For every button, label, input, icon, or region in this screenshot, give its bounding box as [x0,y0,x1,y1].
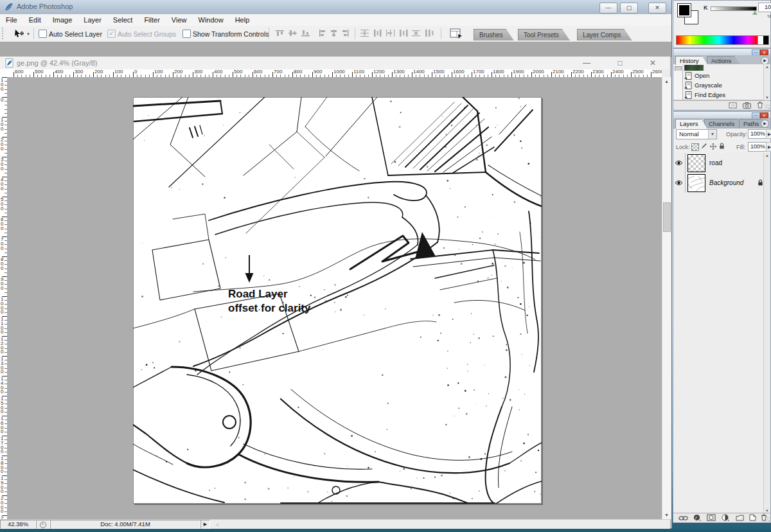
tab-channels[interactable]: Channels [704,119,743,129]
menu-file[interactable]: File [0,16,23,24]
tab-layers[interactable]: Layers [675,119,707,129]
resize-grip[interactable] [765,517,770,522]
opacity-label: Opacity: [726,131,747,137]
workspace-icon[interactable] [450,28,463,39]
adjustment-layer-icon[interactable] [722,514,729,521]
layer-name[interactable]: road [709,159,722,166]
link-layers-icon[interactable] [678,515,688,521]
resize-grip[interactable] [765,104,770,109]
menu-window[interactable]: Window [193,16,229,24]
history-state-icon [684,91,692,99]
menu-filter[interactable]: Filter [138,16,165,24]
show-transform-controls-checkbox[interactable] [182,30,191,38]
layer-row-road[interactable]: road [673,153,765,173]
history-source-cell[interactable] [673,80,683,90]
history-scroll-down[interactable]: ▼ [764,96,770,100]
layers-scrollbar[interactable]: ▲ ▼ [763,153,770,513]
history-state-open[interactable]: Open [673,71,765,81]
app-maximize-button[interactable]: ▢ [620,3,638,13]
history-state-find-edges[interactable]: Find Edges [673,90,765,100]
foreground-color-swatch[interactable] [677,3,691,17]
ruler-label: 600 [1,218,3,231]
history-source-cell[interactable] [673,64,683,71]
ruler-tick [173,72,173,77]
delete-state-trash-icon[interactable] [757,102,763,109]
lock-image-brush-icon[interactable] [700,143,707,150]
new-document-from-state-icon[interactable] [729,102,737,109]
tool-preset-dropdown-arrow[interactable]: ▼ [26,32,30,36]
doc-minimize-button[interactable]: — [581,58,592,68]
ruler-tick [253,72,253,77]
status-menu-arrow[interactable]: ▶ [200,520,210,529]
app-minimize-button[interactable]: — [599,3,617,13]
ruler-tick [133,72,134,77]
layer-name[interactable]: Background [709,179,743,186]
doc-maximize-button[interactable]: □ [615,58,625,68]
doc-vertical-scrollbar[interactable]: ▲ ▼ [662,77,671,519]
distribute-right-edges-icon [424,29,434,37]
add-layer-mask-icon[interactable] [707,514,716,521]
new-layer-icon[interactable] [749,514,756,521]
history-source-cell[interactable] [673,90,683,100]
layers-scroll-up[interactable]: ▲ [764,154,770,157]
ruler-label: 1200 [373,69,385,75]
doc-close-button[interactable]: ✕ [648,58,658,68]
history-state-grayscale[interactable]: Grayscale [673,80,765,91]
document-titlebar[interactable]: ge.png @ 42.4% (Gray/8) — □ ✕ [0,57,670,69]
layer-thumbnail-road[interactable] [687,154,705,172]
layer-style-icon[interactable]: f [693,514,701,521]
move-tool-icon[interactable] [14,29,24,38]
lock-transparency-icon[interactable] [691,143,699,151]
layer-thumbnail-background[interactable] [687,174,705,192]
tab-history[interactable]: History [675,56,708,65]
new-group-folder-icon[interactable] [736,515,744,521]
opacity-slider-arrow[interactable]: ▶ [766,129,771,139]
palette-well-tab-brushes[interactable]: Brushes [474,29,514,40]
zoom-field[interactable]: 42.38% [0,520,36,529]
toolbar-grip[interactable] [2,28,5,39]
spectrum-white-swatch[interactable] [758,36,763,44]
layers-menu-button[interactable]: ▶ [761,120,769,128]
fill-slider-arrow[interactable]: ▶ [766,142,771,152]
color-spectrum-ramp[interactable] [676,35,769,45]
menu-image[interactable]: Image [47,16,78,24]
menu-help[interactable]: Help [229,16,256,24]
app-close-button[interactable]: ✕ [648,3,666,13]
opacity-value-field[interactable]: 100% [748,129,768,139]
menu-edit[interactable]: Edit [23,16,47,24]
auto-select-layer-checkbox[interactable] [39,30,47,38]
menu-select[interactable]: Select [107,16,139,24]
history-scrollbar[interactable]: ▲ ▼ [763,64,770,100]
scroll-thumb[interactable] [663,202,671,232]
menu-layer[interactable]: Layer [78,16,107,24]
palette-well-tab-tool-presets[interactable]: Tool Presets [518,29,570,40]
lock-all-icon[interactable] [719,143,725,150]
k-slider-handle[interactable] [752,10,758,15]
blend-row: Normal ▼ Opacity: 100% ▶ [673,128,770,141]
scroll-down-arrow[interactable]: ▼ [662,511,671,519]
k-slider-track[interactable] [711,6,757,11]
lock-position-icon[interactable] [709,143,717,150]
menu-view[interactable]: View [166,16,193,24]
layer-row-background[interactable]: Background [673,173,765,193]
history-scroll-up[interactable]: ▲ [764,65,770,69]
canvas-image[interactable]: Road Layer offset for clarity [133,97,542,504]
visibility-toggle[interactable] [673,153,686,173]
doc-size-indicator[interactable]: Doc: 4.00M/7.41M [50,520,200,529]
k-value-field[interactable]: 100 [758,3,771,12]
palette-well-tab-layer-comps[interactable]: Layer Comps [577,29,632,40]
chevron-down-icon[interactable]: ▼ [708,130,716,139]
app-titlebar[interactable]: Adobe Photoshop — ▢ ✕ [0,0,671,15]
ruler-label: 1200 [1,337,3,355]
spectrum-black-swatch[interactable] [763,36,768,44]
history-source-cell[interactable] [673,71,683,80]
visibility-toggle[interactable] [673,173,686,193]
tab-actions[interactable]: Actions [707,56,740,65]
canvas-area[interactable]: Road Layer offset for clarity [7,77,662,519]
fill-value-field[interactable]: 100% [748,142,768,152]
new-snapshot-icon[interactable] [743,102,751,109]
scroll-up-arrow[interactable]: ▲ [662,77,671,85]
fill-label: Fill: [736,144,745,150]
blend-mode-dropdown[interactable]: Normal ▼ [676,129,717,139]
ruler-label: 200 [94,69,103,75]
